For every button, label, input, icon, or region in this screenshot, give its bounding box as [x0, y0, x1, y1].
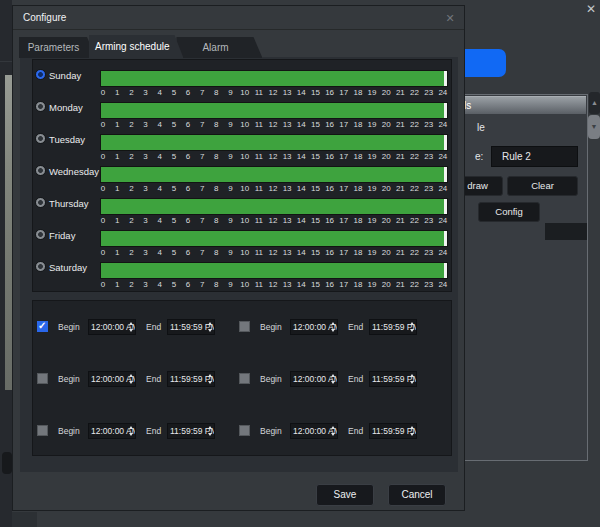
- radio-thursday[interactable]: [35, 197, 46, 208]
- begin-label: Begin: [58, 322, 80, 332]
- day-label: Saturday: [49, 262, 87, 273]
- time-spinner-icon[interactable]: [208, 424, 213, 438]
- end-label: End: [348, 322, 363, 332]
- hour-ticks: 0123456789101112131415161718192021222324: [96, 120, 450, 130]
- begin-label: Begin: [260, 374, 282, 384]
- day-label: Sunday: [49, 70, 81, 81]
- time-spinner-icon[interactable]: [129, 424, 134, 438]
- schedule-bar-sunday[interactable]: [100, 70, 448, 87]
- time-range-3-end-input[interactable]: 11:59:59 PM: [167, 371, 215, 387]
- day-row-sunday: Sunday 012345678910111213141516171819202…: [33, 69, 451, 101]
- time-spinner-icon[interactable]: [331, 372, 336, 386]
- end-label: End: [146, 322, 161, 332]
- time-range-1-begin-input[interactable]: 12:00:00 AM: [88, 319, 136, 335]
- cancel-button[interactable]: Cancel: [388, 484, 446, 506]
- clear-button[interactable]: Clear: [507, 176, 578, 196]
- video-preview-sliver: [5, 75, 12, 390]
- day-label: Friday: [49, 230, 75, 241]
- time-spinner-icon[interactable]: [208, 372, 213, 386]
- arming-days-panel: Sunday 012345678910111213141516171819202…: [32, 59, 452, 292]
- hour-ticks: 0123456789101112131415161718192021222324: [96, 152, 450, 162]
- dialog-close-icon[interactable]: ✕: [442, 10, 458, 26]
- scroll-up-icon[interactable]: ▲: [589, 92, 600, 114]
- time-range-4-begin-input[interactable]: 12:00:00 AM: [290, 371, 338, 387]
- end-label: End: [146, 374, 161, 384]
- end-label: End: [348, 374, 363, 384]
- radio-wednesday[interactable]: [35, 165, 46, 176]
- time-range-5-begin-input[interactable]: 12:00:00 AM: [88, 423, 136, 439]
- time-spinner-icon[interactable]: [208, 320, 213, 334]
- day-label: Wednesday: [49, 166, 99, 177]
- time-range-2-end-input[interactable]: 11:59:59 PM: [369, 319, 417, 335]
- configure-dialog: Configure ✕ Parameters Arming schedule A…: [12, 5, 465, 511]
- begin-label: Begin: [260, 322, 282, 332]
- begin-label: Begin: [260, 426, 282, 436]
- end-label: End: [348, 426, 363, 436]
- radio-friday[interactable]: [35, 229, 46, 240]
- time-range-6-checkbox[interactable]: [239, 425, 250, 436]
- time-range-2-begin-input[interactable]: 12:00:00 AM: [290, 319, 338, 335]
- partial-control: [545, 223, 587, 240]
- day-label: Monday: [49, 102, 83, 113]
- rule-label-partial: le: [477, 122, 485, 133]
- schedule-bar-saturday[interactable]: [100, 262, 448, 279]
- config-button[interactable]: Config: [478, 202, 540, 222]
- time-range-1-checkbox[interactable]: [37, 321, 48, 332]
- selected-list-item[interactable]: ls: [462, 96, 586, 114]
- day-row-wednesday: Wednesday 012345678910111213141516171819…: [33, 165, 451, 197]
- time-spinner-icon[interactable]: [129, 372, 134, 386]
- hour-ticks: 0123456789101112131415161718192021222324: [96, 184, 450, 194]
- time-range-3-begin-input[interactable]: 12:00:00 AM: [88, 371, 136, 387]
- dialog-title: Configure: [23, 6, 66, 30]
- time-spinner-icon[interactable]: [129, 320, 134, 334]
- time-range-6-begin-input[interactable]: 12:00:00 AM: [290, 423, 338, 439]
- day-row-saturday: Saturday 0123456789101112131415161718192…: [33, 261, 451, 293]
- time-range-1-end-input[interactable]: 11:59:59 PM: [167, 319, 215, 335]
- schedule-bar-monday[interactable]: [100, 102, 448, 119]
- time-range-5-end-input[interactable]: 11:59:59 PM: [167, 423, 215, 439]
- day-row-tuesday: Tuesday 01234567891011121314151617181920…: [33, 133, 451, 165]
- save-button[interactable]: Save: [316, 484, 374, 506]
- day-row-monday: Monday 012345678910111213141516171819202…: [33, 101, 451, 133]
- hour-ticks: 0123456789101112131415161718192021222324: [96, 248, 450, 258]
- schedule-bar-friday[interactable]: [100, 230, 448, 247]
- name-label-partial: e:: [475, 151, 483, 162]
- radio-tuesday[interactable]: [35, 133, 46, 144]
- time-range-5-checkbox[interactable]: [37, 425, 48, 436]
- time-spinner-icon[interactable]: [331, 424, 336, 438]
- window-close-icon[interactable]: ✕: [583, 1, 599, 17]
- time-spinner-icon[interactable]: [410, 320, 415, 334]
- tab-alarm[interactable]: Alarm: [176, 37, 262, 58]
- tab-parameters[interactable]: Parameters: [19, 37, 96, 58]
- left-divider: [0, 61, 12, 62]
- day-label: Tuesday: [49, 134, 85, 145]
- schedule-bar-wednesday[interactable]: [100, 166, 448, 183]
- begin-label: Begin: [58, 374, 80, 384]
- time-ranges-panel: Begin 12:00:00 AM End 11:59:59 PM Begin …: [32, 300, 452, 456]
- time-range-4-checkbox[interactable]: [239, 373, 250, 384]
- time-range-2-checkbox[interactable]: [239, 321, 250, 332]
- time-range-6-end-input[interactable]: 11:59:59 PM: [369, 423, 417, 439]
- schedule-bar-thursday[interactable]: [100, 198, 448, 215]
- radio-sunday[interactable]: [35, 69, 46, 80]
- rule-name-input[interactable]: Rule 2: [491, 146, 578, 167]
- day-row-friday: Friday 012345678910111213141516171819202…: [33, 229, 451, 261]
- tab-bar: Parameters Arming schedule Alarm: [19, 35, 255, 58]
- begin-label: Begin: [58, 426, 80, 436]
- radio-saturday[interactable]: [35, 261, 46, 272]
- time-spinner-icon[interactable]: [410, 424, 415, 438]
- schedule-bar-tuesday[interactable]: [100, 134, 448, 151]
- day-row-thursday: Thursday 0123456789101112131415161718192…: [33, 197, 451, 229]
- time-range-4-end-input[interactable]: 11:59:59 PM: [369, 371, 417, 387]
- dialog-titlebar: Configure ✕: [13, 6, 464, 30]
- radio-monday[interactable]: [35, 101, 46, 112]
- time-range-3-checkbox[interactable]: [37, 373, 48, 384]
- tab-arming-schedule[interactable]: Arming schedule: [89, 35, 183, 58]
- end-label: End: [146, 426, 161, 436]
- time-spinner-icon[interactable]: [331, 320, 336, 334]
- scroll-down-icon[interactable]: ▼: [588, 115, 600, 139]
- time-spinner-icon[interactable]: [410, 372, 415, 386]
- hour-ticks: 0123456789101112131415161718192021222324: [96, 280, 450, 290]
- bottom-bar-left: [12, 512, 37, 527]
- left-partial-button[interactable]: [2, 452, 12, 474]
